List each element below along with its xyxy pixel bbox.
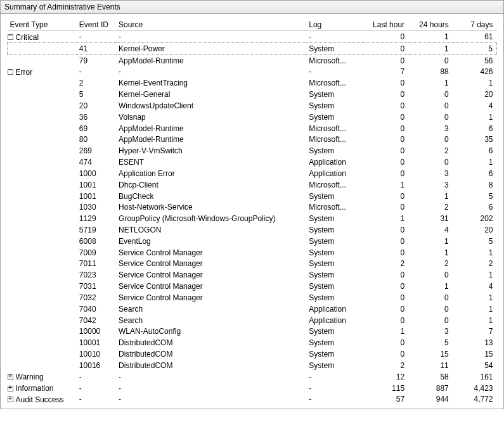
cell-24-hours: 0 bbox=[408, 111, 453, 123]
table-row[interactable]: 1001BugCheckSystem015 bbox=[8, 191, 497, 202]
col-24-hours[interactable]: 24 hours bbox=[408, 19, 453, 31]
table-row[interactable]: 7009Service Control ManagerSystem011 bbox=[8, 247, 497, 258]
cell-event-type[interactable]: Error bbox=[8, 66, 77, 77]
table-row[interactable]: Critical---0161 bbox=[8, 31, 497, 42]
cell-event-type[interactable]: Warning bbox=[8, 371, 77, 383]
table-row[interactable]: Warning---1258161 bbox=[8, 371, 497, 383]
table-row[interactable]: Error---788426 bbox=[8, 66, 497, 77]
cell-source: Service Control Manager bbox=[116, 281, 306, 292]
col-last-hour[interactable]: Last hour bbox=[364, 19, 408, 31]
table-row[interactable]: 41Kernel-PowerSystem015 bbox=[8, 42, 497, 54]
cell-source: Kernel-Power bbox=[116, 42, 306, 54]
cell-event-id: 10001 bbox=[77, 337, 116, 348]
table-row[interactable]: Audit Success---579444,772 bbox=[8, 394, 497, 405]
collapse-icon[interactable] bbox=[8, 69, 13, 75]
cell-event-id: - bbox=[77, 31, 116, 42]
cell-event-type bbox=[8, 77, 77, 89]
table-row[interactable]: 1030Host-Network-ServiceMicrosoft...026 bbox=[8, 201, 497, 213]
table-row[interactable]: 7042SearchApplication001 bbox=[8, 315, 497, 326]
table-row[interactable]: 20WindowsUpdateClientSystem004 bbox=[8, 100, 497, 111]
cell-event-type[interactable]: Critical bbox=[8, 31, 77, 42]
cell-source: - bbox=[116, 383, 306, 394]
cell-source: Service Control Manager bbox=[116, 247, 306, 258]
cell-event-id: 10016 bbox=[77, 360, 116, 371]
col-source[interactable]: Source bbox=[116, 19, 306, 31]
cell-event-type bbox=[8, 123, 77, 134]
cell-7-days: 426 bbox=[453, 66, 497, 77]
cell-last-hour: 1 bbox=[364, 326, 408, 338]
col-log[interactable]: Log bbox=[306, 19, 364, 31]
cell-24-hours: 1 bbox=[408, 281, 453, 292]
table-row[interactable]: 6008EventLogSystem015 bbox=[8, 236, 497, 247]
expand-icon[interactable] bbox=[8, 374, 13, 380]
table-row[interactable]: 5719NETLOGONSystem0420 bbox=[8, 224, 497, 236]
cell-event-type[interactable]: Information bbox=[8, 383, 77, 394]
table-row[interactable]: 7011Service Control ManagerSystem222 bbox=[8, 258, 497, 270]
table-row[interactable]: 474ESENTApplication001 bbox=[8, 156, 497, 168]
cell-last-hour: 0 bbox=[364, 224, 408, 236]
table-row[interactable]: 10001DistributedCOMSystem0513 bbox=[8, 337, 497, 348]
cell-event-id: 269 bbox=[77, 145, 116, 156]
table-row[interactable]: 2Kernel-EventTracingMicrosoft...011 bbox=[8, 77, 497, 89]
cell-event-type bbox=[8, 100, 77, 111]
cell-event-type bbox=[8, 315, 77, 326]
cell-last-hour: 0 bbox=[364, 201, 408, 213]
cell-7-days: 1 bbox=[453, 111, 497, 123]
table-row[interactable]: 10010DistributedCOMSystem01515 bbox=[8, 348, 497, 360]
cell-log: Microsoft... bbox=[306, 123, 364, 134]
cell-7-days: 1 bbox=[453, 303, 497, 315]
table-row[interactable]: 10000WLAN-AutoConfigSystem137 bbox=[8, 326, 497, 338]
cell-log: Application bbox=[306, 303, 364, 315]
cell-event-id: - bbox=[77, 383, 116, 394]
cell-log: System bbox=[306, 111, 364, 123]
cell-7-days: 61 bbox=[453, 31, 497, 42]
expand-icon[interactable] bbox=[8, 386, 13, 391]
table-row[interactable]: 7032Service Control ManagerSystem001 bbox=[8, 292, 497, 303]
cell-24-hours: 3 bbox=[408, 168, 453, 179]
table-row[interactable]: 7031Service Control ManagerSystem014 bbox=[8, 281, 497, 292]
col-event-type[interactable]: Event Type bbox=[8, 19, 77, 31]
table-row[interactable]: 7040SearchApplication001 bbox=[8, 303, 497, 315]
cell-source: DistributedCOM bbox=[116, 348, 306, 360]
cell-event-id: 10000 bbox=[77, 326, 116, 338]
table-row[interactable]: 269Hyper-V-VmSwitchSystem026 bbox=[8, 145, 497, 156]
cell-event-id: 10010 bbox=[77, 348, 116, 360]
event-type-label: Error bbox=[16, 68, 33, 77]
cell-last-hour: 0 bbox=[364, 337, 408, 348]
cell-source: Volsnap bbox=[116, 111, 306, 123]
collapse-icon[interactable] bbox=[8, 34, 13, 40]
cell-7-days: 4 bbox=[453, 100, 497, 111]
expand-icon[interactable] bbox=[8, 397, 13, 402]
cell-24-hours: 944 bbox=[408, 394, 453, 405]
col-event-id[interactable]: Event ID bbox=[77, 19, 116, 31]
cell-event-type bbox=[8, 111, 77, 123]
cell-source: - bbox=[116, 371, 306, 383]
table-row[interactable]: 79AppModel-RuntimeMicrosoft...0056 bbox=[8, 54, 497, 66]
table-header-row[interactable]: Event Type Event ID Source Log Last hour… bbox=[8, 19, 497, 31]
cell-last-hour: 0 bbox=[364, 123, 408, 134]
table-row[interactable]: 7023Service Control ManagerSystem001 bbox=[8, 269, 497, 281]
cell-24-hours: 1 bbox=[408, 191, 453, 202]
table-row[interactable]: 5Kernel-GeneralSystem0020 bbox=[8, 89, 497, 100]
table-row[interactable]: 80AppModel-RuntimeMicrosoft...0035 bbox=[8, 134, 497, 145]
col-7-days[interactable]: 7 days bbox=[453, 19, 497, 31]
table-row[interactable]: 1001Dhcp-ClientMicrosoft...138 bbox=[8, 179, 497, 191]
cell-source: NETLOGON bbox=[116, 224, 306, 236]
table-row[interactable]: 69AppModel-RuntimeMicrosoft...036 bbox=[8, 123, 497, 134]
cell-7-days: 4 bbox=[453, 281, 497, 292]
cell-7-days: 161 bbox=[453, 371, 497, 383]
cell-log: - bbox=[306, 383, 364, 394]
cell-event-type[interactable]: Audit Success bbox=[8, 394, 77, 405]
table-row[interactable]: 1129GroupPolicy (Microsoft-Windows-Group… bbox=[8, 213, 497, 224]
cell-24-hours: 2 bbox=[408, 145, 453, 156]
table-row[interactable]: 36VolsnapSystem001 bbox=[8, 111, 497, 123]
cell-event-id: 7031 bbox=[77, 281, 116, 292]
cell-event-id: 1001 bbox=[77, 179, 116, 191]
table-row[interactable]: Information---1158874,423 bbox=[8, 383, 497, 394]
cell-source: Search bbox=[116, 303, 306, 315]
table-row[interactable]: 10016DistributedCOMSystem21154 bbox=[8, 360, 497, 371]
table-row[interactable]: 1000Application ErrorApplication036 bbox=[8, 168, 497, 179]
cell-7-days: 20 bbox=[453, 89, 497, 100]
cell-event-id: 7042 bbox=[77, 315, 116, 326]
cell-event-type bbox=[8, 303, 77, 315]
